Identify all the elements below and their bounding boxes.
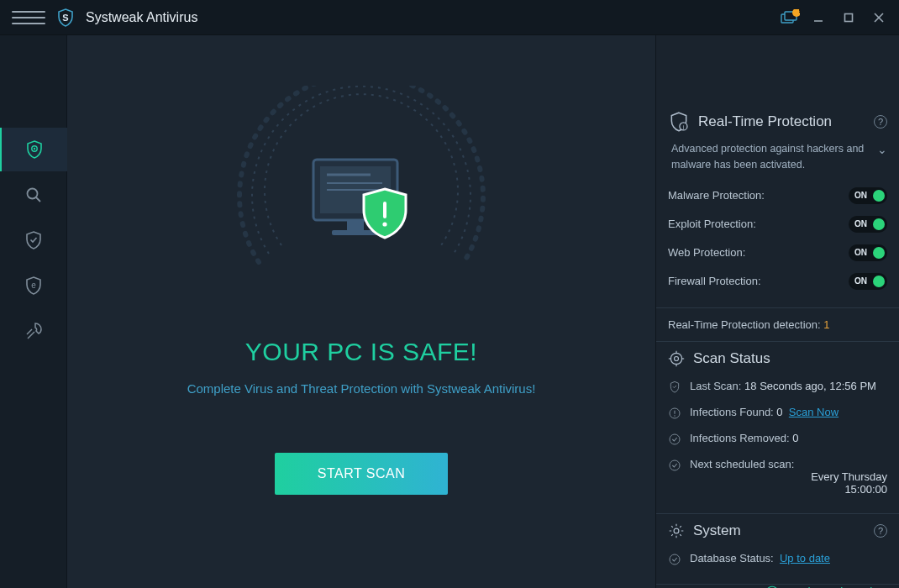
right-panel: i Real-Time Protection ? Advanced protec… (655, 35, 899, 588)
toggle-label: Web Protection: (668, 246, 849, 259)
sidebar-item-home[interactable] (0, 128, 67, 171)
svg-point-23 (382, 222, 386, 226)
notification-badge: ! (798, 7, 801, 14)
check-circle-icon (765, 585, 780, 589)
malware-toggle[interactable]: ON (849, 187, 887, 204)
main-panel: YOUR PC IS SAFE! Complete Virus and Thre… (67, 35, 655, 588)
monitor-icon (298, 143, 424, 272)
status-subline: Complete Virus and Threat Protection wit… (187, 381, 536, 396)
titlebar: S Systweak Antivirus ! (0, 0, 899, 35)
sidebar-item-protection[interactable] (0, 218, 67, 262)
status-graphic (235, 111, 487, 304)
sidebar-item-scan[interactable] (0, 173, 67, 217)
app-title: Systweak Antivirus (86, 10, 197, 25)
close-button[interactable] (867, 6, 891, 29)
svg-point-10 (27, 189, 37, 199)
target-icon (668, 350, 685, 367)
database-status-link[interactable]: Up to date (780, 552, 830, 564)
gear-icon (668, 522, 685, 539)
infections-removed-row: Infections Removed: 0 (668, 426, 887, 452)
registered-version-label: Registered Version (786, 585, 886, 589)
chevron-down-icon[interactable]: ⌄ (877, 141, 887, 159)
shield-check-icon (668, 381, 681, 394)
system-section: System ? Database Status: Up to date (656, 514, 899, 584)
toggle-label: Malware Protection: (668, 189, 849, 202)
toggle-row-web: Web Protection: ON (668, 239, 887, 267)
toggle-label: Firewall Protection: (668, 275, 849, 287)
rtp-detection-label: Real-Time Protection detection: (668, 318, 821, 331)
svg-point-38 (670, 554, 680, 564)
svg-line-14 (27, 329, 32, 334)
status-headline: YOUR PC IS SAFE! (245, 338, 477, 366)
shield-info-icon: i (668, 111, 690, 133)
toggle-label: Exploit Protection: (668, 218, 849, 230)
svg-rect-5 (845, 13, 853, 21)
menu-icon[interactable] (12, 6, 45, 29)
toggle-row-malware: Malware Protection: ON (668, 181, 887, 210)
infections-found-row: Infections Found: 0 Scan Now (668, 400, 887, 426)
svg-rect-20 (347, 220, 364, 230)
toggle-row-firewall: Firewall Protection: ON (668, 267, 887, 296)
notification-icon[interactable]: ! (780, 9, 800, 26)
scan-status-title: Scan Status (693, 350, 887, 367)
sidebar-item-quarantine[interactable]: e (0, 264, 67, 307)
svg-point-36 (670, 460, 680, 470)
svg-point-26 (670, 353, 681, 364)
svg-text:i: i (683, 124, 684, 130)
check-circle-icon (668, 433, 681, 446)
rtp-detection-count: 1 (823, 318, 829, 331)
web-toggle[interactable]: ON (849, 244, 887, 261)
footer: Registered Version (656, 584, 899, 589)
help-icon[interactable]: ? (874, 115, 887, 129)
help-icon[interactable]: ? (874, 524, 887, 538)
database-status-row: Database Status: Up to date (668, 546, 887, 572)
sidebar: e (0, 35, 67, 588)
toggle-row-exploit: Exploit Protection: ON (668, 210, 887, 239)
svg-point-9 (33, 148, 34, 150)
system-title: System (693, 522, 865, 539)
info-icon (668, 407, 681, 420)
svg-point-37 (674, 528, 679, 533)
rtp-detection-row: Real-Time Protection detection: 1 (656, 308, 899, 342)
rtp-description: Advanced protection against hackers and … (671, 141, 870, 173)
check-circle-icon (668, 459, 681, 472)
svg-point-35 (670, 434, 680, 444)
scan-status-section: Scan Status Last Scan: 18 Seconds ago, 1… (656, 342, 899, 514)
app-logo-icon: S (55, 8, 76, 28)
svg-line-11 (36, 197, 40, 202)
svg-text:e: e (31, 281, 36, 290)
realtime-protection-section: i Real-Time Protection ? Advanced protec… (656, 102, 899, 308)
svg-point-27 (675, 356, 679, 360)
svg-text:S: S (62, 13, 68, 23)
sidebar-item-optimize[interactable] (0, 309, 67, 353)
maximize-button[interactable] (837, 6, 860, 29)
exploit-toggle[interactable]: ON (849, 216, 887, 233)
check-circle-icon (668, 553, 681, 566)
last-scan-row: Last Scan: 18 Seconds ago, 12:56 PM (668, 374, 887, 400)
scan-now-link[interactable]: Scan Now (789, 406, 839, 418)
minimize-button[interactable] (807, 6, 830, 29)
start-scan-button[interactable]: START SCAN (275, 453, 448, 495)
rtp-title: Real-Time Protection (698, 113, 865, 130)
firewall-toggle[interactable]: ON (849, 273, 887, 290)
next-scheduled-row: Next scheduled scan: Every Thursday 15:0… (668, 452, 887, 501)
svg-point-34 (674, 415, 675, 416)
